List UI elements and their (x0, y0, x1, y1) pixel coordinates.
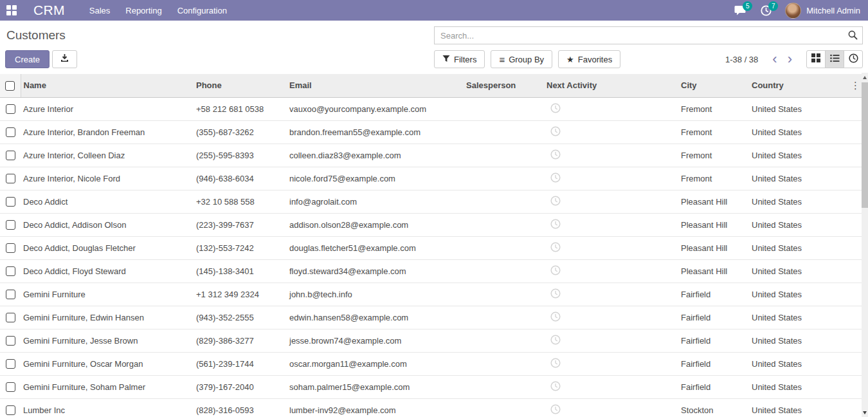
cell-name: Lumber Inc (21, 398, 194, 417)
pager-previous-button[interactable]: ‹ (767, 53, 782, 66)
row-checkbox[interactable] (6, 127, 15, 137)
cell-name: Gemini Furniture, Soham Palmer (21, 375, 194, 398)
column-header-name[interactable]: Name (21, 74, 194, 97)
activity-clock-icon[interactable] (550, 149, 561, 160)
row-checkbox[interactable] (6, 197, 15, 207)
group-by-button[interactable]: ≡ Group By (491, 50, 552, 68)
activity-clock-icon[interactable] (550, 358, 561, 368)
filters-button[interactable]: Filters (434, 50, 485, 68)
row-checkbox[interactable] (6, 104, 15, 114)
activity-clock-icon[interactable] (550, 242, 561, 252)
cell-city: Fremont (678, 144, 749, 167)
row-checkbox[interactable] (6, 313, 15, 322)
table-row[interactable]: Azure Interior +58 212 681 0538 vauxoo@y… (0, 97, 862, 120)
menu-sales[interactable]: Sales (89, 6, 111, 15)
table-row[interactable]: Azure Interior, Brandon Freeman (355)-68… (0, 120, 862, 144)
cell-phone: (223)-399-7637 (194, 213, 287, 236)
user-menu[interactable]: Mitchell Admin (785, 3, 860, 19)
table-row[interactable]: Gemini Furniture, Jesse Brown (829)-386-… (0, 329, 862, 352)
table-row[interactable]: Gemini Furniture +1 312 349 2324 john.b@… (0, 283, 862, 306)
activity-clock-icon[interactable] (550, 335, 561, 345)
cell-city: Fremont (678, 97, 749, 120)
cell-name: Gemini Furniture, Oscar Morgan (21, 352, 194, 375)
activity-clock-icon[interactable] (550, 288, 561, 299)
row-checkbox[interactable] (6, 174, 15, 183)
activity-clock-icon[interactable] (550, 103, 561, 113)
cell-city: Fairfield (678, 306, 749, 329)
cell-name: Gemini Furniture (21, 283, 194, 306)
messages-icon[interactable]: 5 (734, 5, 746, 16)
activities-badge: 7 (768, 1, 778, 11)
activity-clock-icon[interactable] (550, 219, 561, 229)
app-brand[interactable]: CRM (33, 3, 65, 18)
column-header-salesperson[interactable]: Salesperson (464, 74, 544, 97)
optional-columns-toggle-icon[interactable]: ⋮ (851, 80, 860, 91)
cell-salesperson (464, 97, 544, 120)
cell-phone: (379)-167-2040 (194, 375, 287, 398)
cell-country: United States (749, 259, 817, 283)
cell-phone: +32 10 588 558 (194, 190, 287, 213)
export-button[interactable] (52, 50, 77, 68)
row-checkbox[interactable] (6, 220, 15, 230)
search-input[interactable] (434, 26, 863, 44)
activity-clock-icon[interactable] (550, 172, 561, 183)
favorites-button[interactable]: ★ Favorites (558, 50, 620, 68)
table-row[interactable]: Azure Interior, Colleen Diaz (255)-595-8… (0, 144, 862, 167)
pager-value[interactable]: 1-38 / 38 (725, 55, 758, 64)
cell-email: lumber-inv92@example.com (287, 398, 464, 417)
vertical-scrollbar[interactable] (862, 73, 868, 417)
table-row[interactable]: Deco Addict, Addison Olson (223)-399-763… (0, 213, 862, 236)
select-all-checkbox[interactable] (5, 81, 15, 91)
activity-clock-icon[interactable] (550, 311, 561, 322)
cell-city: Fairfield (678, 283, 749, 306)
create-button[interactable]: Create (5, 50, 50, 68)
cell-next-activity (544, 352, 678, 375)
table-row[interactable]: Deco Addict, Douglas Fletcher (132)-553-… (0, 236, 862, 259)
scrollbar-down-arrow[interactable] (862, 408, 868, 417)
cell-email: douglas.fletcher51@example.com (287, 236, 464, 259)
row-checkbox[interactable] (6, 336, 15, 346)
cell-salesperson (464, 352, 544, 375)
pager-next-button[interactable]: › (782, 53, 797, 66)
user-name: Mitchell Admin (806, 6, 860, 15)
activity-clock-icon[interactable] (550, 381, 561, 391)
row-checkbox[interactable] (6, 151, 15, 160)
table-row[interactable]: Lumber Inc (828)-316-0593 lumber-inv92@e… (0, 398, 862, 417)
apps-menu-icon[interactable] (6, 5, 17, 15)
list-view-button[interactable] (825, 50, 844, 68)
cell-next-activity (544, 190, 678, 213)
column-header-phone[interactable]: Phone (194, 74, 287, 97)
activity-clock-icon[interactable] (550, 404, 561, 414)
column-header-city[interactable]: City (678, 74, 749, 97)
cell-salesperson (464, 236, 544, 259)
activity-clock-icon[interactable] (550, 126, 561, 136)
table-row[interactable]: Gemini Furniture, Edwin Hansen (943)-352… (0, 306, 862, 329)
kanban-view-button[interactable] (806, 50, 826, 68)
row-checkbox[interactable] (6, 382, 15, 392)
activity-view-button[interactable] (844, 50, 863, 68)
menu-reporting[interactable]: Reporting (125, 6, 161, 15)
menu-configuration[interactable]: Configuration (177, 6, 227, 15)
avatar (785, 3, 801, 19)
table-row[interactable]: Azure Interior, Nicole Ford (946)-638-60… (0, 167, 862, 190)
column-header-email[interactable]: Email (287, 74, 464, 97)
row-checkbox[interactable] (6, 359, 15, 369)
column-header-next-activity[interactable]: Next Activity (544, 74, 678, 97)
row-checkbox[interactable] (6, 290, 15, 299)
table-row[interactable]: Deco Addict +32 10 588 558 info@agrolait… (0, 190, 862, 213)
column-header-country[interactable]: Country (749, 74, 817, 97)
table-row[interactable]: Gemini Furniture, Soham Palmer (379)-167… (0, 375, 862, 398)
activities-icon[interactable]: 7 (759, 5, 772, 16)
row-checkbox[interactable] (6, 243, 15, 253)
table-row[interactable]: Gemini Furniture, Oscar Morgan (561)-239… (0, 352, 862, 375)
cell-phone: (132)-553-7242 (194, 236, 287, 259)
scrollbar-up-arrow[interactable] (862, 73, 868, 82)
row-checkbox[interactable] (6, 266, 15, 276)
activity-clock-icon[interactable] (550, 265, 561, 275)
cell-city: Fairfield (678, 352, 749, 375)
row-checkbox[interactable] (6, 405, 15, 415)
scrollbar-thumb[interactable] (862, 82, 868, 208)
table-row[interactable]: Deco Addict, Floyd Steward (145)-138-340… (0, 259, 862, 283)
activity-clock-icon[interactable] (550, 196, 561, 206)
search-icon[interactable] (848, 30, 858, 42)
